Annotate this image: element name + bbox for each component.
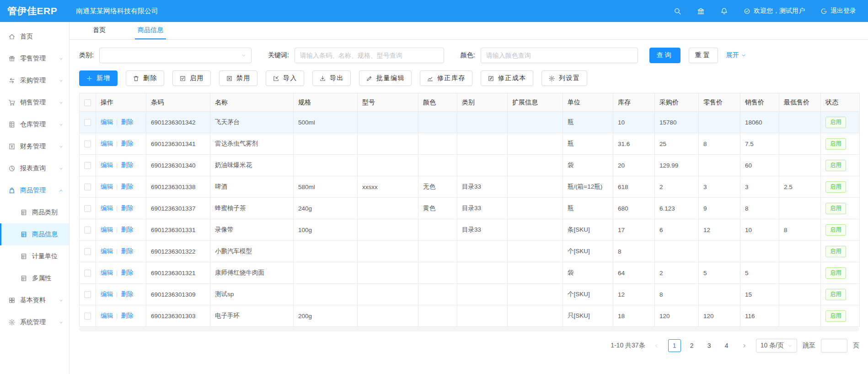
sidebar-item-retail[interactable]: 零售管理	[0, 48, 69, 70]
welcome-user[interactable]: 欢迎您，测试用户	[744, 7, 805, 15]
edit-link[interactable]: 编辑	[101, 269, 113, 276]
cell-purchase: 25	[655, 133, 699, 155]
tab-goods-info[interactable]: 商品信息	[135, 22, 166, 39]
chevron-down-icon	[59, 298, 64, 303]
row-checkbox[interactable]	[84, 313, 91, 320]
delete-link[interactable]: 删除	[121, 183, 134, 190]
sidebar-item-goods-category[interactable]: 商品类别	[0, 201, 69, 223]
sidebar-item-warehouse[interactable]: 仓库管理	[0, 114, 69, 136]
status-badge[interactable]: 启用	[825, 181, 846, 193]
edit-link[interactable]: 编辑	[101, 248, 113, 255]
delete-link[interactable]: 删除	[121, 226, 134, 233]
search-button[interactable]: 查询	[649, 48, 680, 63]
cell-spec: 580ml	[294, 176, 358, 198]
status-badge[interactable]: 启用	[825, 224, 846, 236]
status-badge[interactable]: 启用	[825, 246, 846, 257]
sidebar-item-measure-unit[interactable]: 计量单位	[0, 245, 69, 267]
adjust-stock-button[interactable]: 修正库存	[420, 70, 472, 86]
delete-link[interactable]: 删除	[121, 119, 134, 125]
horizontal-scrollbar[interactable]	[79, 327, 859, 331]
cell-color	[418, 284, 457, 305]
disable-button[interactable]: 禁用	[219, 70, 257, 86]
sidebar-item-system[interactable]: 系统管理	[0, 311, 69, 333]
row-checkbox[interactable]	[84, 248, 91, 255]
status-badge[interactable]: 启用	[825, 138, 846, 150]
status-badge[interactable]: 启用	[825, 117, 846, 128]
edit-link[interactable]: 编辑	[101, 312, 113, 319]
cell-color	[418, 133, 457, 155]
row-checkbox[interactable]	[84, 270, 91, 276]
reset-button[interactable]: 重置	[689, 48, 718, 63]
row-checkbox[interactable]	[84, 141, 91, 147]
sidebar-item-goods-info[interactable]: 商品信息	[0, 223, 69, 245]
row-checkbox[interactable]	[84, 184, 91, 190]
delete-link[interactable]: 删除	[121, 162, 134, 168]
edit-link[interactable]: 编辑	[101, 162, 113, 168]
row-checkbox[interactable]	[84, 227, 91, 233]
status-badge[interactable]: 启用	[825, 203, 846, 214]
cell-category	[457, 155, 508, 176]
add-button[interactable]: 新增	[79, 70, 118, 86]
delete-link[interactable]: 删除	[121, 291, 134, 298]
action-separator: |	[116, 312, 118, 319]
delete-link[interactable]: 删除	[121, 205, 134, 211]
column-header: 扩展信息	[508, 93, 563, 112]
sidebar-item-report[interactable]: 报表查询	[0, 157, 69, 179]
edit-link[interactable]: 编辑	[101, 226, 113, 233]
tab-home[interactable]: 首页	[90, 22, 108, 39]
edit-link[interactable]: 编辑	[101, 140, 113, 147]
sidebar-item-goods[interactable]: 商品管理	[0, 179, 69, 201]
bell-icon[interactable]	[720, 7, 728, 15]
row-checkbox[interactable]	[84, 291, 91, 298]
sidebar-item-purchase[interactable]: 采购管理	[0, 70, 69, 92]
row-checkbox[interactable]	[84, 205, 91, 212]
edit-link[interactable]: 编辑	[101, 119, 113, 125]
status-badge[interactable]: 启用	[825, 310, 846, 322]
logout-button[interactable]: 退出登录	[820, 7, 856, 15]
bank-icon[interactable]	[697, 7, 705, 15]
delete-link[interactable]: 删除	[121, 140, 134, 147]
sidebar-item-home[interactable]: 首页	[0, 26, 69, 48]
page-size-select[interactable]: 10 条/页	[756, 339, 797, 352]
export-button[interactable]: 导出	[312, 70, 351, 86]
delete-button[interactable]: 删除	[126, 70, 164, 86]
status-badge[interactable]: 启用	[825, 160, 846, 171]
category-select[interactable]	[99, 48, 252, 63]
status-badge[interactable]: 启用	[825, 267, 846, 279]
jump-page-input[interactable]	[821, 339, 847, 352]
edit-link[interactable]: 编辑	[101, 205, 113, 211]
sidebar-item-basic-data[interactable]: 基本资料	[0, 289, 69, 311]
delete-link[interactable]: 删除	[121, 312, 134, 319]
delete-link[interactable]: 删除	[121, 248, 134, 255]
page-2[interactable]: 2	[686, 339, 698, 352]
edit-link[interactable]: 编辑	[101, 183, 113, 190]
doc-icon	[20, 275, 27, 282]
select-all-checkbox[interactable]	[84, 99, 91, 106]
row-checkbox[interactable]	[84, 119, 91, 126]
prev-page-button[interactable]	[651, 339, 663, 352]
color-input[interactable]	[481, 48, 638, 63]
sidebar-item-finance[interactable]: 财务管理	[0, 136, 69, 157]
sidebar-item-multi-attr[interactable]: 多属性	[0, 267, 69, 289]
status-badge[interactable]: 启用	[825, 289, 846, 300]
keyword-input[interactable]	[295, 48, 444, 63]
page-numbers: 1234	[668, 339, 733, 352]
search-icon[interactable]	[674, 7, 681, 15]
row-checkbox[interactable]	[84, 162, 91, 169]
adjust-cost-button[interactable]: 修正成本	[481, 70, 533, 86]
enable-button[interactable]: 启用	[172, 70, 211, 86]
delete-link[interactable]: 删除	[121, 269, 134, 276]
expand-link[interactable]: 展开	[726, 51, 746, 60]
column-setting-button[interactable]: 列设置	[541, 70, 587, 86]
edit-link[interactable]: 编辑	[101, 291, 113, 298]
cell-sale: 18060	[740, 112, 779, 133]
next-page-button[interactable]	[739, 339, 750, 352]
page-4[interactable]: 4	[720, 339, 733, 352]
sidebar-item-sales[interactable]: 销售管理	[0, 92, 69, 114]
batch-edit-button[interactable]: 批量编辑	[359, 70, 412, 86]
table-row: 编辑|删除6901236301321康师傅红烧牛肉面袋64255启用	[80, 262, 860, 284]
system-icon	[8, 319, 16, 326]
page-1[interactable]: 1	[668, 339, 681, 352]
page-3[interactable]: 3	[703, 339, 716, 352]
import-button[interactable]: 导入	[266, 70, 304, 86]
